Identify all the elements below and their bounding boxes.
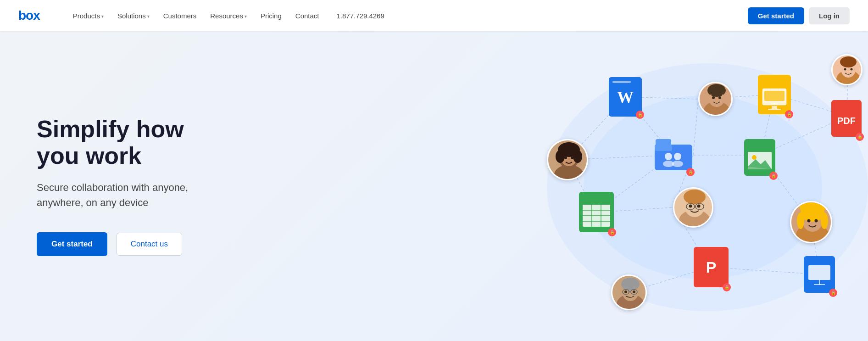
word-icon-svg: W: [609, 77, 642, 117]
svg-point-93: [621, 278, 640, 291]
avatar-6: [831, 54, 862, 85]
avatar-4: [790, 201, 832, 243]
nav-label-pricing: Pricing: [261, 12, 282, 20]
lock-badge: 🔒: [829, 289, 837, 297]
logo[interactable]: box: [18, 8, 40, 23]
phone-number: 1.877.729.4269: [337, 12, 384, 20]
get-started-button-nav[interactable]: Get started: [748, 7, 804, 24]
svg-point-77: [697, 205, 701, 208]
image-icon: 🔒: [744, 139, 775, 178]
pdf-icon-svg: PDF: [831, 100, 862, 137]
svg-rect-27: [772, 106, 777, 109]
avatar-2: [698, 82, 733, 116]
sheets-icon: 🔒: [579, 192, 614, 234]
svg-point-76: [689, 205, 692, 208]
folder-icon-svg: [655, 139, 692, 172]
box-share-icon: 🔒: [804, 256, 835, 295]
svg-point-60: [556, 150, 565, 163]
svg-point-104: [851, 68, 853, 71]
svg-rect-26: [764, 91, 785, 101]
powerpoint-icon-svg: P: [694, 247, 729, 287]
logo-text: box: [18, 8, 40, 22]
slides-icon-svg: [758, 75, 791, 114]
lock-badge: 🔒: [723, 283, 731, 291]
lock-badge: 🔒: [785, 110, 793, 118]
svg-point-32: [665, 153, 672, 160]
nav-item-pricing[interactable]: Pricing: [255, 8, 287, 23]
hero-buttons: Get started Contact us: [37, 232, 193, 256]
svg-rect-31: [656, 139, 671, 147]
svg-text:PDF: PDF: [837, 116, 856, 126]
box-share-icon-svg: [804, 256, 835, 293]
svg-rect-28: [768, 109, 781, 110]
lock-badge: 🔒: [856, 133, 864, 141]
svg-point-87: [821, 212, 828, 229]
lock-badge: 🔒: [636, 111, 644, 119]
svg-point-86: [797, 212, 804, 229]
hero-illustration: .net-line { stroke: #90b8e8; stroke-widt…: [220, 31, 868, 341]
avatar-6-face: [833, 56, 862, 85]
svg-rect-52: [808, 265, 830, 280]
get-started-button-hero[interactable]: Get started: [37, 232, 107, 256]
word-doc-icon: W 🔒: [609, 77, 642, 117]
svg-point-63: [571, 157, 573, 159]
slides-icon: 🔒: [758, 75, 791, 116]
svg-point-75: [684, 190, 706, 204]
svg-rect-71: [722, 95, 725, 96]
sheets-icon-svg: [579, 192, 614, 232]
svg-point-102: [840, 56, 857, 67]
svg-point-61: [573, 150, 582, 163]
avatar-5-face: [612, 276, 647, 310]
nav-item-resources[interactable]: Resources ▾: [205, 8, 252, 23]
powerpoint-icon: P 🔒: [694, 247, 729, 289]
nav-label-customers: Customers: [163, 12, 197, 20]
svg-point-69: [718, 96, 721, 99]
network-background: .net-line { stroke: #90b8e8; stroke-widt…: [519, 50, 868, 325]
avatar-3: [673, 187, 713, 228]
navbar: box Products ▾ Solutions ▾ Customers Res…: [0, 0, 868, 31]
svg-point-45: [752, 155, 757, 160]
contact-us-button[interactable]: Contact us: [117, 233, 182, 256]
login-button[interactable]: Log in: [809, 7, 850, 24]
svg-point-103: [844, 68, 846, 71]
hero-section: Simplify how you work Secure collaborati…: [0, 31, 868, 341]
pdf-icon: PDF 🔒: [831, 100, 862, 139]
hero-subtitle: Secure collaboration with anyone, anywhe…: [37, 180, 193, 210]
nav-actions: Get started Log in: [748, 7, 850, 24]
svg-text:P: P: [706, 258, 717, 276]
svg-point-98: [633, 291, 635, 293]
lock-badge: 🔒: [769, 172, 778, 180]
nav-links: Products ▾ Solutions ▾ Customers Resourc…: [67, 8, 734, 23]
chevron-down-icon: ▾: [147, 14, 150, 19]
svg-point-68: [712, 96, 715, 99]
svg-rect-21: [612, 81, 631, 83]
svg-point-33: [674, 153, 681, 160]
hero-title: Simplify how you work: [37, 116, 193, 168]
nav-label-contact: Contact: [295, 12, 319, 20]
nav-label-resources: Resources: [210, 12, 243, 20]
svg-point-35: [672, 161, 683, 167]
svg-point-62: [564, 157, 567, 159]
nav-item-products[interactable]: Products ▾: [67, 8, 109, 23]
avatar-5: [611, 274, 647, 310]
lock-badge: 🔒: [686, 168, 695, 176]
nav-item-contact[interactable]: Contact: [290, 8, 325, 23]
avatar-1: [547, 139, 588, 180]
svg-point-89: [815, 219, 818, 223]
svg-rect-70: [709, 95, 712, 96]
svg-point-97: [624, 291, 627, 293]
nav-label-solutions: Solutions: [117, 12, 146, 20]
svg-point-88: [807, 219, 811, 223]
folder-icon: 🔒: [655, 139, 692, 174]
image-icon-svg: [744, 139, 775, 176]
chevron-down-icon: ▾: [245, 14, 247, 19]
svg-text:W: W: [617, 88, 634, 106]
nav-label-products: Products: [73, 12, 100, 20]
nav-item-customers[interactable]: Customers: [158, 8, 202, 23]
lock-badge: 🔒: [608, 228, 616, 236]
chevron-down-icon: ▾: [101, 14, 104, 19]
hero-content: Simplify how you work Secure collaborati…: [0, 79, 220, 292]
nav-item-solutions[interactable]: Solutions ▾: [112, 8, 155, 23]
